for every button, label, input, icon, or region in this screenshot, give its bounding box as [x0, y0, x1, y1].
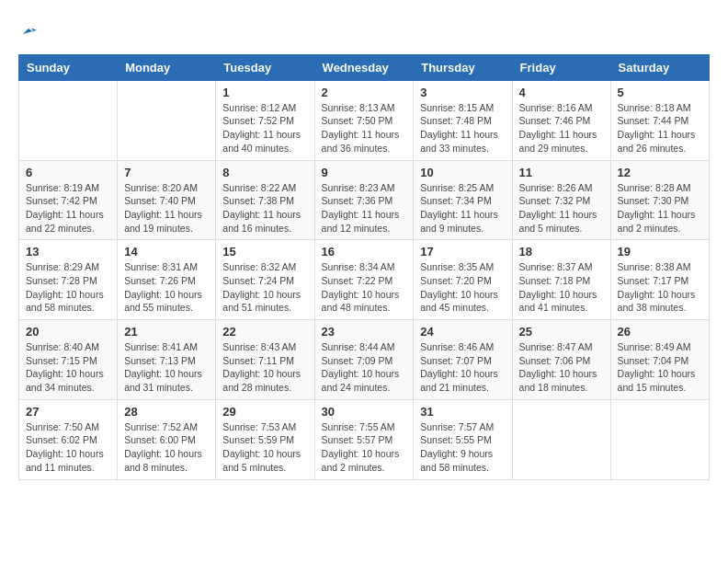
calendar-cell: 7Sunrise: 8:20 AMSunset: 7:40 PMDaylight… [118, 160, 216, 240]
day-info: Sunrise: 8:41 AMSunset: 7:13 PMDaylight:… [124, 340, 209, 395]
day-info: Sunrise: 8:13 AMSunset: 7:50 PMDaylight:… [322, 101, 407, 155]
day-number: 28 [124, 405, 209, 419]
calendar-cell: 16Sunrise: 8:34 AMSunset: 7:22 PMDayligh… [314, 240, 414, 320]
calendar-week-row: 20Sunrise: 8:40 AMSunset: 7:15 PMDayligh… [19, 320, 710, 400]
day-number: 10 [420, 166, 505, 179]
calendar-cell: 23Sunrise: 8:44 AMSunset: 7:09 PMDayligh… [314, 320, 414, 400]
calendar-cell: 1Sunrise: 8:12 AMSunset: 7:52 PMDaylight… [216, 80, 314, 160]
day-number: 12 [618, 166, 702, 179]
day-info: Sunrise: 8:16 AMSunset: 7:46 PMDaylight:… [519, 101, 604, 155]
day-info: Sunrise: 8:37 AMSunset: 7:18 PMDaylight:… [519, 260, 604, 315]
day-info: Sunrise: 8:47 AMSunset: 7:06 PMDaylight:… [519, 340, 604, 395]
day-number: 16 [322, 245, 407, 259]
calendar-cell: 21Sunrise: 8:41 AMSunset: 7:13 PMDayligh… [118, 320, 216, 400]
day-number: 13 [26, 245, 110, 259]
calendar-cell: 27Sunrise: 7:50 AMSunset: 6:02 PMDayligh… [19, 399, 118, 479]
day-number: 5 [618, 86, 702, 99]
calendar-cell: 14Sunrise: 8:31 AMSunset: 7:26 PMDayligh… [118, 240, 216, 320]
day-info: Sunrise: 8:12 AMSunset: 7:52 PMDaylight:… [222, 101, 307, 155]
calendar-cell: 31Sunrise: 7:57 AMSunset: 5:55 PMDayligh… [414, 399, 512, 479]
day-info: Sunrise: 8:32 AMSunset: 7:24 PMDaylight:… [222, 260, 307, 315]
calendar-week-row: 13Sunrise: 8:29 AMSunset: 7:28 PMDayligh… [19, 240, 710, 320]
calendar-cell: 18Sunrise: 8:37 AMSunset: 7:18 PMDayligh… [512, 240, 610, 320]
calendar-cell: 28Sunrise: 7:52 AMSunset: 6:00 PMDayligh… [118, 399, 216, 479]
svg-marker-0 [23, 28, 37, 34]
calendar-cell: 19Sunrise: 8:38 AMSunset: 7:17 PMDayligh… [610, 240, 709, 320]
logo-bird-icon [20, 23, 37, 40]
day-number: 2 [322, 86, 407, 99]
day-number: 30 [322, 405, 407, 419]
day-info: Sunrise: 7:55 AMSunset: 5:57 PMDaylight:… [322, 420, 407, 475]
day-info: Sunrise: 8:20 AMSunset: 7:40 PMDaylight:… [124, 181, 209, 236]
day-number: 29 [222, 405, 307, 419]
day-info: Sunrise: 8:28 AMSunset: 7:30 PMDaylight:… [618, 181, 702, 236]
day-number: 6 [26, 166, 110, 179]
calendar-cell [512, 399, 610, 479]
weekday-header-thursday: Thursday [414, 54, 512, 80]
calendar-cell: 3Sunrise: 8:15 AMSunset: 7:48 PMDaylight… [414, 80, 512, 160]
calendar-cell: 10Sunrise: 8:25 AMSunset: 7:34 PMDayligh… [414, 160, 512, 240]
calendar-cell: 2Sunrise: 8:13 AMSunset: 7:50 PMDaylight… [314, 80, 414, 160]
day-info: Sunrise: 8:19 AMSunset: 7:42 PMDaylight:… [26, 181, 110, 236]
weekday-header-saturday: Saturday [610, 54, 709, 80]
day-info: Sunrise: 8:22 AMSunset: 7:38 PMDaylight:… [222, 181, 307, 236]
weekday-header-wednesday: Wednesday [314, 54, 414, 80]
day-number: 1 [222, 86, 307, 99]
day-info: Sunrise: 8:49 AMSunset: 7:04 PMDaylight:… [618, 340, 702, 395]
day-info: Sunrise: 8:31 AMSunset: 7:26 PMDaylight:… [124, 260, 209, 315]
day-info: Sunrise: 8:18 AMSunset: 7:44 PMDaylight:… [618, 101, 702, 155]
weekday-header-tuesday: Tuesday [216, 54, 314, 80]
day-info: Sunrise: 7:53 AMSunset: 5:59 PMDaylight:… [222, 420, 307, 475]
calendar-cell: 15Sunrise: 8:32 AMSunset: 7:24 PMDayligh… [216, 240, 314, 320]
calendar-cell [19, 80, 118, 160]
calendar-cell [610, 399, 709, 479]
calendar-cell: 25Sunrise: 8:47 AMSunset: 7:06 PMDayligh… [512, 320, 610, 400]
day-number: 26 [618, 325, 702, 339]
weekday-header-sunday: Sunday [19, 54, 118, 80]
weekday-header-monday: Monday [118, 54, 216, 80]
day-number: 11 [519, 166, 604, 179]
calendar-cell: 11Sunrise: 8:26 AMSunset: 7:32 PMDayligh… [512, 160, 610, 240]
day-number: 25 [519, 325, 604, 339]
page-header [18, 18, 710, 40]
calendar-cell: 22Sunrise: 8:43 AMSunset: 7:11 PMDayligh… [216, 320, 314, 400]
calendar-cell: 4Sunrise: 8:16 AMSunset: 7:46 PMDaylight… [512, 80, 610, 160]
calendar-cell: 5Sunrise: 8:18 AMSunset: 7:44 PMDaylight… [610, 80, 709, 160]
day-number: 20 [26, 325, 110, 339]
weekday-header-row: SundayMondayTuesdayWednesdayThursdayFrid… [19, 54, 710, 80]
calendar-cell: 12Sunrise: 8:28 AMSunset: 7:30 PMDayligh… [610, 160, 709, 240]
day-info: Sunrise: 8:38 AMSunset: 7:17 PMDaylight:… [618, 260, 702, 315]
day-number: 19 [618, 245, 702, 259]
calendar-cell: 20Sunrise: 8:40 AMSunset: 7:15 PMDayligh… [19, 320, 118, 400]
day-number: 15 [222, 245, 307, 259]
day-number: 21 [124, 325, 209, 339]
day-info: Sunrise: 8:15 AMSunset: 7:48 PMDaylight:… [420, 101, 505, 155]
calendar-cell: 9Sunrise: 8:23 AMSunset: 7:36 PMDaylight… [314, 160, 414, 240]
day-number: 24 [420, 325, 505, 339]
day-number: 17 [420, 245, 505, 259]
calendar-cell: 26Sunrise: 8:49 AMSunset: 7:04 PMDayligh… [610, 320, 709, 400]
calendar-cell: 24Sunrise: 8:46 AMSunset: 7:07 PMDayligh… [414, 320, 512, 400]
calendar-week-row: 6Sunrise: 8:19 AMSunset: 7:42 PMDaylight… [19, 160, 710, 240]
day-number: 27 [26, 405, 110, 419]
day-number: 9 [322, 166, 407, 179]
day-info: Sunrise: 8:25 AMSunset: 7:34 PMDaylight:… [420, 181, 505, 236]
day-number: 18 [519, 245, 604, 259]
calendar-cell [118, 80, 216, 160]
weekday-header-friday: Friday [512, 54, 610, 80]
day-number: 23 [322, 325, 407, 339]
day-info: Sunrise: 8:43 AMSunset: 7:11 PMDaylight:… [222, 340, 307, 395]
calendar-table: SundayMondayTuesdayWednesdayThursdayFrid… [18, 54, 710, 480]
day-number: 14 [124, 245, 209, 259]
day-number: 3 [420, 86, 505, 99]
day-info: Sunrise: 8:44 AMSunset: 7:09 PMDaylight:… [322, 340, 407, 395]
day-info: Sunrise: 8:29 AMSunset: 7:28 PMDaylight:… [26, 260, 110, 315]
calendar-week-row: 27Sunrise: 7:50 AMSunset: 6:02 PMDayligh… [19, 399, 710, 479]
day-info: Sunrise: 7:52 AMSunset: 6:00 PMDaylight:… [124, 420, 209, 475]
calendar-cell: 29Sunrise: 7:53 AMSunset: 5:59 PMDayligh… [216, 399, 314, 479]
calendar-cell: 17Sunrise: 8:35 AMSunset: 7:20 PMDayligh… [414, 240, 512, 320]
day-info: Sunrise: 8:23 AMSunset: 7:36 PMDaylight:… [322, 181, 407, 236]
day-number: 4 [519, 86, 604, 99]
day-info: Sunrise: 7:50 AMSunset: 6:02 PMDaylight:… [26, 420, 110, 475]
calendar-week-row: 1Sunrise: 8:12 AMSunset: 7:52 PMDaylight… [19, 80, 710, 160]
